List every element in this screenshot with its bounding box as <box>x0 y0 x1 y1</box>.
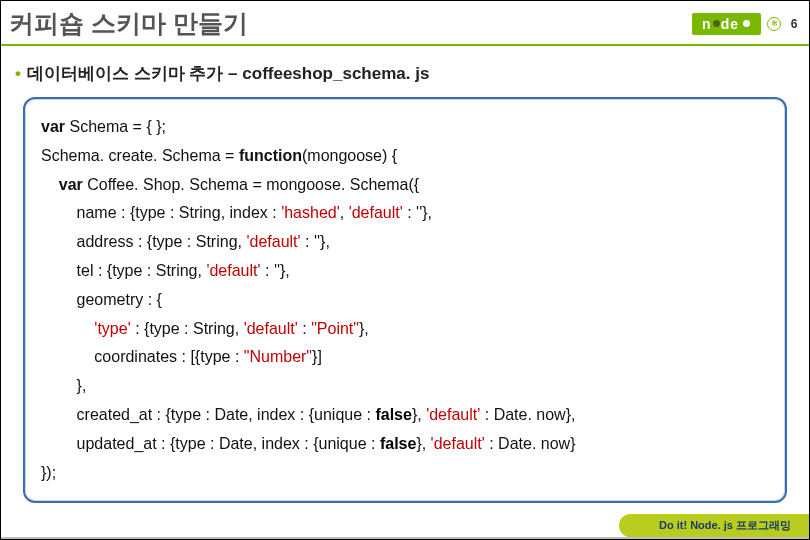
code-text: (mongoose) { <box>302 147 397 164</box>
code-text: , <box>340 204 349 221</box>
code-string: 'default' <box>349 204 403 221</box>
body: •데이터베이스 스키마 추가 – coffeeshop_schema. js v… <box>1 46 809 511</box>
kw-function: function <box>239 147 302 164</box>
code-text <box>41 320 94 337</box>
code-text: }] <box>312 348 322 365</box>
code-text: }); <box>41 464 56 481</box>
code-line: updated_at : {type : Date, index : {uniq… <box>41 430 769 459</box>
bullet-icon: • <box>15 64 21 83</box>
code-line: var Schema = { }; <box>41 113 769 142</box>
kw-false: false <box>380 435 416 452</box>
code-text: geometry : { <box>41 291 162 308</box>
code-text: }, <box>412 406 426 423</box>
hex-icon <box>743 20 750 27</box>
code-string: 'default' <box>206 262 260 279</box>
hex-icon <box>713 20 720 27</box>
code-text: : ''}, <box>403 204 432 221</box>
code-line: 'type' : {type : String, 'default' : "Po… <box>41 315 769 344</box>
header: 커피숍 스키마 만들기 n de ✻ 6 <box>1 1 809 46</box>
slide: 커피숍 스키마 만들기 n de ✻ 6 •데이터베이스 스키마 추가 – co… <box>0 0 810 540</box>
code-text: address : {type : String, <box>41 233 246 250</box>
logo-text-left: n <box>702 16 712 32</box>
code-text: name : {type : String, index : <box>41 204 281 221</box>
code-string: 'type' <box>94 320 130 337</box>
code-text: Coffee. Shop. Schema = mongoose. Schema(… <box>83 176 419 193</box>
code-line: }); <box>41 459 769 488</box>
subtitle-text: 데이터베이스 스키마 추가 – coffeeshop_schema. js <box>27 64 429 83</box>
code-string: 'hashed' <box>281 204 340 221</box>
code-string: 'default' <box>246 233 300 250</box>
code-text: created_at : {type : Date, index : {uniq… <box>41 406 375 423</box>
code-text: }, <box>359 320 369 337</box>
logo-text-right: de <box>721 16 739 32</box>
slide-title: 커피숍 스키마 만들기 <box>9 7 248 40</box>
code-text: : ''}, <box>261 262 290 279</box>
footer: Do it! Node. js 프로그래밍 <box>1 538 809 539</box>
code-text: Schema = { }; <box>65 118 166 135</box>
code-line: name : {type : String, index : 'hashed',… <box>41 199 769 228</box>
node-logo: n de <box>692 13 761 35</box>
code-text: : ''}, <box>301 233 330 250</box>
code-text: }, <box>416 435 430 452</box>
code-string: 'default' <box>426 406 480 423</box>
code-line: Schema. create. Schema = function(mongoo… <box>41 142 769 171</box>
kw-var: var <box>41 118 65 135</box>
code-text: : <box>298 320 311 337</box>
code-box: var Schema = { }; Schema. create. Schema… <box>23 97 787 503</box>
footer-badge: Do it! Node. js 프로그래밍 <box>619 514 809 537</box>
code-string: "Number" <box>244 348 312 365</box>
footer-rule <box>1 538 809 539</box>
code-text: : {type : String, <box>131 320 244 337</box>
kw-false: false <box>375 406 411 423</box>
page-number: 6 <box>787 17 801 31</box>
code-line: created_at : {type : Date, index : {uniq… <box>41 401 769 430</box>
code-line: geometry : { <box>41 286 769 315</box>
kw-var: var <box>41 176 83 193</box>
code-text: : Date. now}, <box>480 406 575 423</box>
code-line: var Coffee. Shop. Schema = mongoose. Sch… <box>41 171 769 200</box>
code-line: tel : {type : String, 'default' : ''}, <box>41 257 769 286</box>
code-line: }, <box>41 372 769 401</box>
code-text: coordinates : [{type : <box>41 348 244 365</box>
code-text: }, <box>41 377 86 394</box>
code-line: coordinates : [{type : "Number"}] <box>41 343 769 372</box>
code-string: 'default' <box>244 320 298 337</box>
subtitle-row: •데이터베이스 스키마 추가 – coffeeshop_schema. js <box>15 62 795 85</box>
header-right: n de ✻ 6 <box>692 13 801 35</box>
code-string: "Point" <box>311 320 359 337</box>
code-text: : Date. now} <box>485 435 576 452</box>
gear-icon: ✻ <box>767 17 781 31</box>
code-line: address : {type : String, 'default' : ''… <box>41 228 769 257</box>
code-text: updated_at : {type : Date, index : {uniq… <box>41 435 380 452</box>
code-text: tel : {type : String, <box>41 262 206 279</box>
code-string: 'default' <box>431 435 485 452</box>
code-text: Schema. create. Schema = <box>41 147 239 164</box>
